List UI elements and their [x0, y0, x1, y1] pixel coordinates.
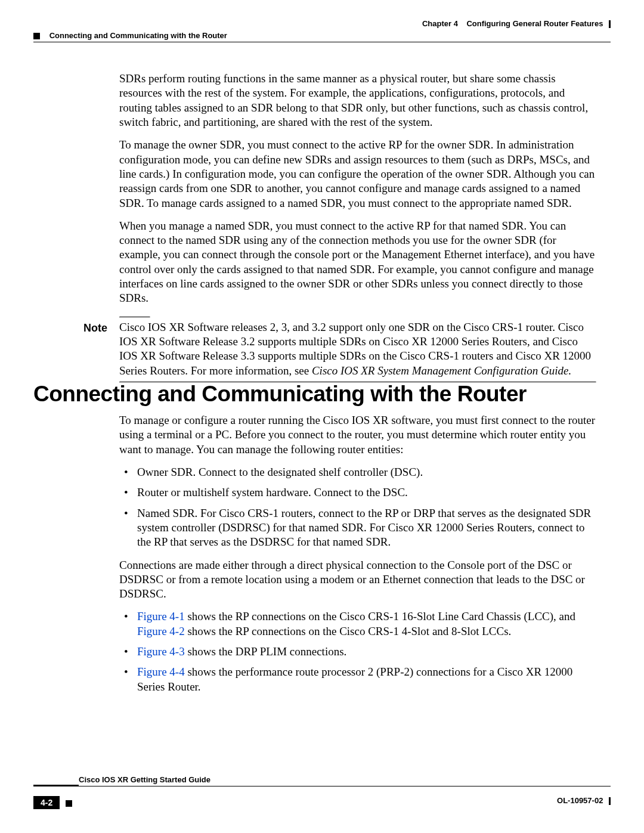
section-heading: Connecting and Communicating with the Ro… [33, 382, 596, 407]
paragraph: To manage the owner SDR, you must connec… [119, 138, 596, 210]
chapter-title: Configuring General Router Features [466, 19, 603, 28]
bullet-list-links: Figure 4-1 shows the RP connections on t… [119, 609, 596, 694]
footer-rule [33, 786, 611, 786]
chapter-label: Chapter 4 [422, 19, 458, 28]
page-number: 4-2 [33, 796, 60, 809]
note-label: Note [83, 320, 119, 378]
paragraph: SDRs perform routing functions in the sa… [119, 72, 596, 129]
note-rule-top [119, 317, 150, 318]
body-block-1: SDRs perform routing functions in the sa… [119, 72, 596, 395]
header-bar-icon [609, 20, 611, 28]
list-item: Figure 4-1 shows the RP connections on t… [119, 609, 596, 639]
figure-link[interactable]: Figure 4-1 [137, 610, 185, 623]
footer-guide-title: Cisco IOS XR Getting Started Guide [79, 775, 611, 784]
body-block-2: To manage or configure a router running … [119, 413, 596, 702]
list-item: Router or multishelf system hardware. Co… [119, 485, 596, 500]
paragraph: To manage or configure a router running … [119, 413, 596, 457]
note-citation: Cisco IOS XR System Management Configura… [312, 364, 571, 377]
square-bullet-icon [66, 800, 72, 807]
list-item: Owner SDR. Connect to the designated she… [119, 465, 596, 479]
running-header: Chapter 4 Configuring General Router Fea… [33, 19, 611, 28]
figure-link[interactable]: Figure 4-3 [137, 645, 185, 658]
list-text: shows the RP connections on the Cisco CR… [185, 625, 512, 637]
list-text: shows the DRP PLIM connections. [185, 645, 347, 658]
square-bullet-icon [33, 33, 40, 39]
running-subheader: Connecting and Communicating with the Ro… [33, 31, 611, 40]
list-item: Figure 4-4 shows the performance route p… [119, 665, 596, 694]
footer-rule-heavy [33, 785, 79, 786]
note-body: Cisco IOS XR Software releases 2, 3, and… [119, 320, 596, 378]
figure-link[interactable]: Figure 4-4 [137, 665, 185, 678]
footer-bar-icon [609, 797, 611, 805]
section-breadcrumb: Connecting and Communicating with the Ro… [49, 31, 227, 40]
note-block: Note Cisco IOS XR Software releases 2, 3… [119, 320, 596, 378]
paragraph: Connections are made either through a di… [119, 558, 596, 602]
doc-number: OL-10957-02 [557, 796, 603, 805]
figure-link[interactable]: Figure 4-2 [137, 625, 185, 637]
bullet-list: Owner SDR. Connect to the designated she… [119, 465, 596, 550]
list-item: Figure 4-3 shows the DRP PLIM connection… [119, 645, 596, 659]
paragraph: When you manage a named SDR, you must co… [119, 219, 596, 306]
list-item: Named SDR. For Cisco CRS-1 routers, conn… [119, 506, 596, 550]
list-text: shows the performance route processor 2 … [137, 665, 572, 692]
header-rule [33, 42, 611, 42]
page-footer: 4-2 OL-10957-02 [33, 796, 611, 809]
list-text: shows the RP connections on the Cisco CR… [185, 610, 575, 623]
